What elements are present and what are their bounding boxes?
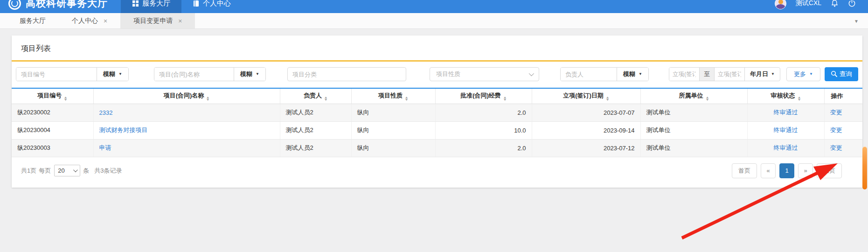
date-end-input[interactable] (715, 68, 744, 81)
pagination-summary: 共1页 每页 20 条 共3条记录 (21, 165, 124, 176)
cell-status: 终审通过 (747, 104, 824, 121)
cell-leader: 测试人员2 (280, 121, 351, 139)
app-logo-icon (8, 0, 21, 10)
search-icon (831, 70, 837, 78)
date-to-label: 至 (699, 68, 715, 81)
next-page-button[interactable]: » (798, 163, 813, 178)
cell-project-name: 测试财务对接项目 (93, 121, 280, 139)
tab-label: 个人中心 (72, 17, 98, 25)
personal-center-icon (193, 0, 200, 7)
sort-icon: ▲▼ (798, 96, 801, 101)
tab-list-chevron-down-icon[interactable]: ▼ (854, 18, 859, 23)
date-start-input[interactable] (669, 68, 699, 81)
per-page-label: 每页 (39, 167, 51, 175)
leader-input[interactable] (561, 68, 617, 81)
project-no-input[interactable] (16, 68, 97, 81)
status-link[interactable]: 终审通过 (774, 109, 798, 116)
column-header-unit[interactable]: 所属单位▲▼ (640, 88, 747, 104)
cell-status: 终审通过 (747, 139, 824, 157)
sort-icon: ▲▼ (706, 96, 709, 101)
cell-leader: 测试人员2 (280, 104, 351, 121)
status-link[interactable]: 终审通过 (774, 126, 798, 133)
cell-action: 变更 (824, 104, 862, 121)
change-action-link[interactable]: 变更 (830, 109, 842, 116)
column-header-leader[interactable]: 负责人▲▼ (280, 88, 351, 104)
change-action-link[interactable]: 变更 (830, 126, 842, 133)
nav-item-service-hall[interactable]: 服务大厅 (121, 0, 181, 13)
column-header-status[interactable]: 审核状态▲▼ (747, 88, 824, 104)
project-list-panel: 项目列表 模糊 ▼ 模糊 ▼ 项目性质 模糊 ▼ (12, 35, 862, 188)
fuzzy-dropdown[interactable]: 模糊 ▼ (617, 68, 648, 81)
per-page-select[interactable]: 20 (54, 165, 80, 176)
project-category-input[interactable] (287, 67, 406, 81)
column-header-project-no[interactable]: 项目编号▲▼ (12, 88, 93, 104)
cell-budget: 2.0 (435, 104, 532, 121)
table-header-row: 项目编号▲▼ 项目(合同)名称▲▼ 负责人▲▼ 项目性质▲▼ 批准(合同)经费▲… (12, 88, 862, 104)
more-filters-button[interactable]: 更多 ▼ (786, 67, 820, 81)
date-range-group: 至 年月日 ▼ (669, 67, 780, 81)
cell-project-no: 纵20230003 (12, 139, 93, 157)
cell-action: 变更 (824, 121, 862, 139)
cell-unit: 测试单位 (640, 121, 747, 139)
search-button[interactable]: 查询 (825, 67, 858, 81)
tab-service-hall[interactable]: 服务大厅 (7, 13, 59, 28)
status-link[interactable]: 终审通过 (774, 144, 798, 151)
project-name-input[interactable] (154, 68, 234, 81)
close-icon[interactable]: × (178, 18, 182, 24)
column-header-budget[interactable]: 批准(合同)经费▲▼ (435, 88, 532, 104)
cell-date: 2023-09-14 (532, 121, 640, 139)
last-page-button[interactable]: 尾页 (817, 163, 842, 178)
caret-down-icon: ▼ (118, 72, 122, 76)
sort-icon: ▲▼ (206, 96, 209, 101)
tab-bar: 服务大厅 个人中心 × 项目变更申请 × ▼ (0, 13, 868, 29)
nav-item-label: 个人中心 (203, 0, 231, 8)
cell-date: 2023-07-12 (532, 139, 640, 157)
nav-item-personal-center[interactable]: 个人中心 (181, 0, 242, 13)
caret-down-icon: ▼ (256, 72, 259, 76)
cell-project-name: 2332 (93, 104, 280, 121)
username-label[interactable]: 测试CXL (796, 0, 821, 7)
date-mode-dropdown[interactable]: 年月日 ▼ (744, 68, 780, 81)
project-name-link[interactable]: 2332 (99, 109, 113, 116)
column-header-date[interactable]: 立项(签订)日期▲▼ (532, 88, 640, 104)
pager-buttons: 首页 « 1 » 尾页 (732, 163, 842, 178)
total-records-label: 共3条记录 (94, 167, 122, 175)
top-navbar: 高校科研事务大厅 服务大厅 个人中心 测试CXL (0, 0, 868, 13)
first-page-button[interactable]: 首页 (732, 163, 757, 178)
cell-date: 2023-07-07 (532, 104, 640, 121)
app-title: 高校科研事务大厅 (26, 0, 108, 10)
cell-budget: 10.0 (435, 121, 532, 139)
column-header-action: 操作 (824, 88, 862, 104)
prev-page-button[interactable]: « (761, 163, 776, 178)
caret-down-icon: ▼ (809, 72, 813, 76)
per-page-unit-label: 条 (83, 167, 89, 175)
total-pages-label: 共1页 (21, 167, 36, 175)
project-name-link[interactable]: 测试财务对接项目 (99, 126, 148, 133)
project-nature-select[interactable]: 项目性质 (430, 67, 539, 81)
close-icon[interactable]: × (104, 18, 107, 24)
service-hall-icon (132, 0, 139, 7)
fuzzy-dropdown[interactable]: 模糊 ▼ (97, 68, 128, 81)
sort-icon: ▲▼ (324, 96, 327, 101)
projects-table: 项目编号▲▼ 项目(合同)名称▲▼ 负责人▲▼ 项目性质▲▼ 批准(合同)经费▲… (12, 88, 862, 157)
bell-icon[interactable] (831, 0, 839, 7)
cell-budget: 2.0 (435, 139, 532, 157)
change-action-link[interactable]: 变更 (830, 144, 842, 151)
user-avatar[interactable] (775, 0, 786, 9)
table-row: 纵20230004 测试财务对接项目 测试人员2 纵向 10.0 2023-09… (12, 121, 862, 139)
fuzzy-dropdown[interactable]: 模糊 ▼ (234, 68, 265, 81)
tab-personal-center[interactable]: 个人中心 × (59, 13, 120, 28)
project-name-link[interactable]: 申请 (99, 144, 111, 151)
tab-label: 服务大厅 (20, 17, 46, 25)
cell-nature: 纵向 (351, 139, 435, 157)
column-header-nature[interactable]: 项目性质▲▼ (351, 88, 435, 104)
cell-status: 终审通过 (747, 121, 824, 139)
cell-project-no: 纵20230004 (12, 121, 93, 139)
vertical-scrollbar-thumb[interactable] (862, 147, 867, 189)
pagination-bar: 共1页 每页 20 条 共3条记录 首页 « 1 » 尾页 (12, 157, 862, 186)
cell-nature: 纵向 (351, 121, 435, 139)
tab-project-change-request[interactable]: 项目变更申请 × (120, 13, 195, 28)
current-page-button[interactable]: 1 (779, 163, 794, 178)
column-header-project-name[interactable]: 项目(合同)名称▲▼ (93, 88, 280, 104)
logout-power-icon[interactable] (848, 0, 856, 7)
